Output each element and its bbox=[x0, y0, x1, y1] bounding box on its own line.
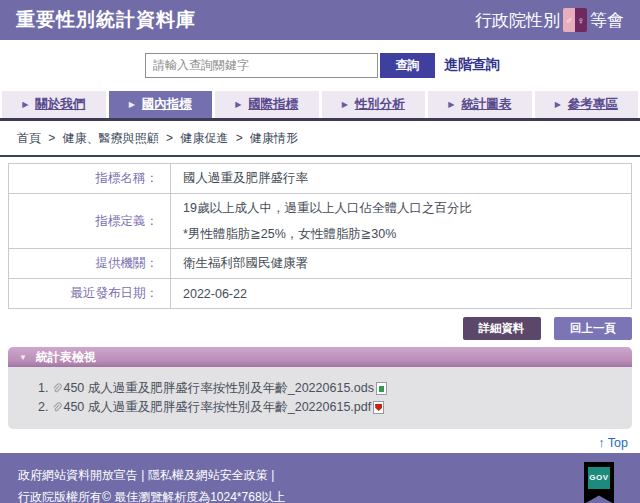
org-name-left: 行政院性別 bbox=[475, 9, 560, 32]
search-row: 查詢 進階查詢 bbox=[145, 52, 640, 78]
table-row: 提供機關： 衛生福利部國民健康署 bbox=[9, 249, 632, 279]
tab-domestic-indicators[interactable]: ▶ 國內指標 bbox=[109, 91, 213, 118]
indicator-definition-label: 指標定義： bbox=[9, 194, 171, 249]
open-data-declaration-link[interactable]: 政府網站資料開放宣告 bbox=[18, 468, 138, 482]
action-buttons: 詳細資料 回上一頁 bbox=[8, 317, 632, 340]
pdf-file-icon bbox=[373, 401, 384, 414]
search-input[interactable] bbox=[145, 53, 378, 78]
header-bar: 重要性別統計資料庫 行政院性別 ♂ ♀ 等會 bbox=[0, 0, 640, 40]
breadcrumb-category[interactable]: 健康、醫療與照顧 bbox=[63, 131, 159, 145]
breadcrumb-current[interactable]: 健康情形 bbox=[250, 131, 298, 145]
privacy-security-policy-link[interactable]: 隱私權及網站安全政策 bbox=[148, 468, 268, 482]
detail-data-button[interactable]: 詳細資料 bbox=[463, 317, 541, 340]
stats-section-toggle[interactable]: ▼ 統計表檢視 bbox=[8, 347, 632, 367]
ods-file-link[interactable]: 450 成人過重及肥胖盛行率按性別及年齡_20220615.ods bbox=[63, 379, 374, 398]
pdf-file-link[interactable]: 450 成人過重及肥胖盛行率按性別及年齡_20220615.pdf bbox=[63, 398, 371, 417]
site-title[interactable]: 重要性別統計資料庫 bbox=[16, 7, 196, 33]
stats-section-title: 統計表檢視 bbox=[36, 349, 96, 366]
male-symbol-icon: ♂ bbox=[563, 8, 575, 32]
advanced-search-link[interactable]: 進階查詢 bbox=[444, 56, 500, 74]
definition-line-1: 19歲以上成人中，過重以上人口佔全體人口之百分比 bbox=[183, 200, 619, 216]
tab-statistical-charts[interactable]: ▶ 統計圖表 bbox=[428, 91, 532, 118]
breadcrumb-separator: > bbox=[236, 131, 243, 145]
file-index: 1. bbox=[38, 379, 48, 398]
list-item: 2. 450 成人過重及肥胖盛行率按性別及年齡_20220615.pdf bbox=[38, 398, 622, 417]
indicator-definition-value: 19歲以上成人中，過重以上人口佔全體人口之百分比 *男性體脂肪≧25%，女性體脂… bbox=[171, 194, 632, 249]
tab-arrow-icon: ▶ bbox=[555, 100, 561, 109]
breadcrumb-separator: > bbox=[166, 131, 173, 145]
tab-gender-analysis[interactable]: ▶ 性別分析 bbox=[322, 91, 426, 118]
gov-logo-text: GOV bbox=[588, 467, 610, 489]
tab-label: 國際指標 bbox=[248, 96, 298, 113]
top-link-label: Top bbox=[608, 436, 628, 450]
ods-file-icon bbox=[376, 382, 387, 395]
tab-reference-area[interactable]: ▶ 參考專區 bbox=[535, 91, 639, 118]
tab-arrow-icon: ▶ bbox=[448, 100, 454, 109]
org-logo-link[interactable]: 行政院性別 ♂ ♀ 等會 bbox=[475, 8, 624, 32]
tab-about-us[interactable]: ▶ 關於我們 bbox=[2, 91, 106, 118]
breadcrumb-separator: > bbox=[48, 131, 55, 145]
file-index: 2. bbox=[38, 398, 48, 417]
indicator-name-label: 指標名稱： bbox=[9, 164, 171, 194]
footer-separator: | bbox=[141, 468, 144, 482]
tab-label: 國內指標 bbox=[142, 96, 192, 113]
gender-equality-logo-icon: ♂ ♀ bbox=[563, 8, 587, 32]
footer-separator: | bbox=[271, 468, 274, 482]
tab-label: 關於我們 bbox=[35, 96, 85, 113]
table-row: 指標定義： 19歲以上成人中，過重以上人口佔全體人口之百分比 *男性體脂肪≧25… bbox=[9, 194, 632, 249]
providing-agency-value: 衛生福利部國民健康署 bbox=[171, 249, 632, 279]
footer-links-line: 政府網站資料開放宣告 | 隱私權及網站安全政策 | bbox=[18, 464, 622, 486]
back-button[interactable]: 回上一頁 bbox=[554, 317, 632, 340]
breadcrumb: 首頁 > 健康、醫療與照顧 > 健康促進 > 健康情形 bbox=[0, 121, 640, 157]
tab-arrow-icon: ▶ bbox=[129, 100, 135, 109]
stats-file-list: 1. 450 成人過重及肥胖盛行率按性別及年齡_20220615.ods 2. … bbox=[8, 367, 632, 429]
female-symbol-icon: ♀ bbox=[575, 8, 587, 32]
footer-copyright: 行政院版權所有© 最佳瀏覽解析度為1024*768以上 bbox=[18, 486, 622, 503]
tab-label: 統計圖表 bbox=[461, 96, 511, 113]
back-to-top-link[interactable]: ↑ Top bbox=[598, 436, 628, 450]
tab-arrow-icon: ▶ bbox=[22, 100, 28, 109]
collapse-arrow-icon: ▼ bbox=[19, 353, 27, 362]
providing-agency-label: 提供機關： bbox=[9, 249, 171, 279]
tab-arrow-icon: ▶ bbox=[235, 100, 241, 109]
breadcrumb-subcategory[interactable]: 健康促進 bbox=[180, 131, 228, 145]
attachment-icon bbox=[51, 383, 62, 394]
up-arrow-icon: ↑ bbox=[598, 436, 604, 450]
breadcrumb-home[interactable]: 首頁 bbox=[17, 131, 41, 145]
search-button[interactable]: 查詢 bbox=[380, 53, 435, 78]
tab-label: 參考專區 bbox=[568, 96, 618, 113]
stats-table-section: ▼ 統計表檢視 1. 450 成人過重及肥胖盛行率按性別及年齡_20220615… bbox=[8, 347, 632, 429]
attachment-icon bbox=[51, 402, 62, 413]
tab-label: 性別分析 bbox=[355, 96, 405, 113]
tab-international-indicators[interactable]: ▶ 國際指標 bbox=[215, 91, 319, 118]
tab-arrow-icon: ▶ bbox=[342, 100, 348, 109]
org-name-right: 等會 bbox=[590, 9, 624, 32]
latest-release-date-label: 最近發布日期： bbox=[9, 279, 171, 309]
list-item: 1. 450 成人過重及肥胖盛行率按性別及年齡_20220615.ods bbox=[38, 379, 622, 398]
main-nav: ▶ 關於我們 ▶ 國內指標 ▶ 國際指標 ▶ 性別分析 ▶ 統計圖表 ▶ 參考專… bbox=[0, 91, 640, 118]
footer: 政府網站資料開放宣告 | 隱私權及網站安全政策 | 行政院版權所有© 最佳瀏覽解… bbox=[0, 453, 640, 503]
top-row: ↑ Top bbox=[0, 429, 640, 451]
table-row: 最近發布日期： 2022-06-22 bbox=[9, 279, 632, 309]
definition-line-2: *男性體脂肪≧25%，女性體脂肪≧30% bbox=[183, 226, 619, 242]
indicator-name-value: 國人過重及肥胖盛行率 bbox=[171, 164, 632, 194]
latest-release-date-value: 2022-06-22 bbox=[171, 279, 632, 309]
indicator-detail-table: 指標名稱： 國人過重及肥胖盛行率 指標定義： 19歲以上成人中，過重以上人口佔全… bbox=[8, 163, 632, 309]
table-row: 指標名稱： 國人過重及肥胖盛行率 bbox=[9, 164, 632, 194]
